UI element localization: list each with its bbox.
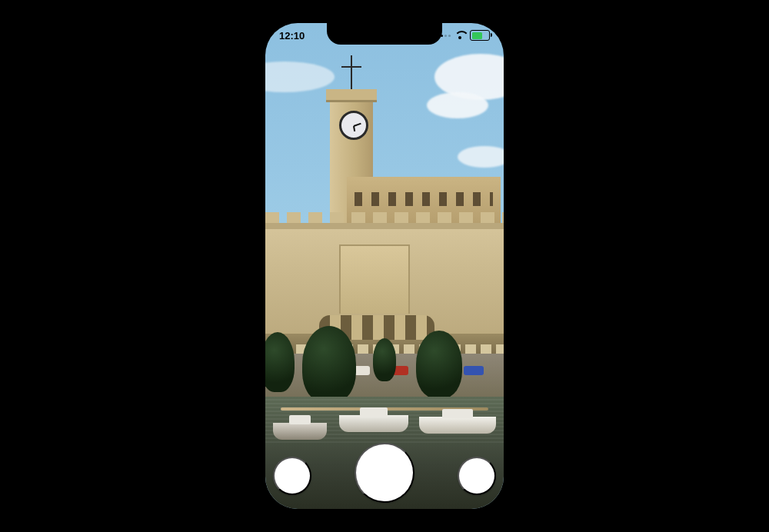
scene-boat — [273, 423, 327, 440]
status-time: 12:10 — [279, 30, 305, 42]
wifi-icon — [454, 31, 466, 40]
cellular-signal-icon — [437, 35, 451, 37]
scene-boat — [419, 417, 496, 434]
flip-camera-button[interactable] — [458, 457, 496, 495]
scene-gate — [339, 244, 410, 314]
scene-tree — [373, 338, 396, 381]
gallery-button[interactable] — [273, 457, 311, 495]
battery-icon — [470, 30, 490, 41]
camera-viewfinder[interactable] — [265, 23, 504, 509]
scene-battlement — [265, 212, 504, 223]
cloud-graphic — [427, 92, 488, 118]
cloud-graphic — [265, 62, 335, 92]
clock-icon — [339, 111, 368, 140]
scene-tree — [416, 331, 462, 398]
phone-frame: 12:10 — [265, 23, 504, 509]
battery-fill — [472, 32, 482, 39]
cloud-graphic — [458, 146, 504, 168]
scene-tree — [302, 326, 356, 403]
device-mock-stage: 12:10 — [0, 0, 769, 532]
status-bar: 12:10 — [265, 28, 504, 43]
scene-boat — [339, 415, 408, 432]
shutter-button[interactable] — [355, 443, 414, 503]
scene-vehicle — [464, 366, 484, 375]
